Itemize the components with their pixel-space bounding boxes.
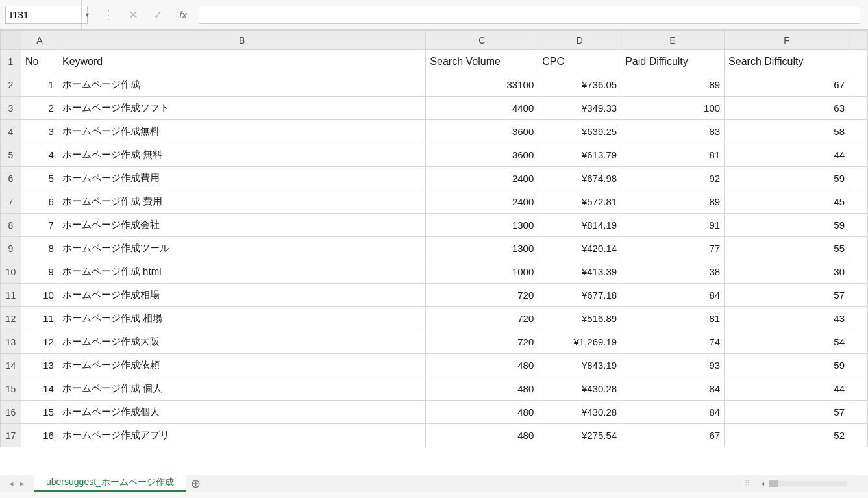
cell[interactable]: 2400 (426, 190, 538, 214)
cell[interactable]: 1 (21, 73, 58, 97)
grid-area[interactable]: A B C D E F 1NoKeywordSearch VolumeCPCPa… (0, 30, 868, 475)
row-header[interactable]: 17 (1, 424, 21, 447)
cell[interactable]: 38 (621, 260, 725, 284)
row-header[interactable]: 2 (1, 73, 21, 97)
cell[interactable] (849, 377, 867, 401)
row-header[interactable]: 16 (1, 401, 21, 424)
cell[interactable]: ホームページ作成費用 (58, 167, 425, 190)
cell[interactable]: 11 (21, 307, 58, 330)
cell[interactable]: 57 (725, 401, 849, 424)
cell[interactable]: ¥275.54 (538, 424, 621, 447)
cell[interactable]: 3600 (426, 120, 538, 143)
cell[interactable]: 74 (621, 330, 725, 354)
cell[interactable]: 33100 (426, 73, 538, 97)
cell[interactable]: 3600 (426, 143, 538, 167)
row-header[interactable]: 10 (1, 260, 21, 284)
cell[interactable]: 720 (426, 307, 538, 330)
cell[interactable]: 57 (725, 284, 849, 307)
cell[interactable]: 59 (725, 167, 849, 190)
cell[interactable]: 3 (21, 120, 58, 143)
cell[interactable] (849, 354, 867, 377)
cell[interactable] (849, 97, 867, 120)
name-box[interactable] (5, 6, 88, 24)
horizontal-scrollbar[interactable] (769, 481, 847, 486)
cell[interactable]: 6 (21, 190, 58, 214)
cell[interactable] (849, 120, 867, 143)
cell[interactable]: 52 (725, 424, 849, 447)
row-header[interactable]: 14 (1, 354, 21, 377)
col-header-A[interactable]: A (21, 31, 58, 50)
cell[interactable]: 54 (725, 330, 849, 354)
cell[interactable]: 89 (621, 73, 725, 97)
cell[interactable] (849, 284, 867, 307)
cell[interactable]: ホームページ作成アプリ (58, 424, 425, 447)
cell[interactable]: 84 (621, 284, 725, 307)
cell[interactable]: Paid Difficulty (621, 50, 725, 73)
name-box-dropdown-icon[interactable]: ▼ (81, 0, 93, 29)
cell[interactable]: ¥420.14 (538, 237, 621, 260)
cell[interactable] (849, 307, 867, 330)
row-header[interactable]: 9 (1, 237, 21, 260)
cell[interactable]: ¥843.19 (538, 354, 621, 377)
row-header[interactable]: 12 (1, 307, 21, 330)
cell[interactable]: ¥430.28 (538, 377, 621, 401)
cell[interactable]: 43 (725, 307, 849, 330)
cell[interactable]: 480 (426, 424, 538, 447)
row-header[interactable]: 15 (1, 377, 21, 401)
cell[interactable]: 81 (621, 143, 725, 167)
cell[interactable]: ホームページ作成 無料 (58, 143, 425, 167)
cell[interactable]: 14 (21, 377, 58, 401)
cell[interactable] (849, 73, 867, 97)
row-header[interactable]: 7 (1, 190, 21, 214)
cell[interactable]: 4 (21, 143, 58, 167)
cell[interactable]: ホームページ作成相場 (58, 284, 425, 307)
cell[interactable]: 16 (21, 424, 58, 447)
row-header[interactable]: 4 (1, 120, 21, 143)
col-header-C[interactable]: C (426, 31, 538, 50)
col-header-E[interactable]: E (621, 31, 725, 50)
cell[interactable]: 1300 (426, 237, 538, 260)
cell[interactable]: ¥1,269.19 (538, 330, 621, 354)
cell[interactable]: 100 (621, 97, 725, 120)
cell[interactable]: ¥736.05 (538, 73, 621, 97)
cell[interactable]: 84 (621, 401, 725, 424)
cell[interactable]: ホームページ作成無料 (58, 120, 425, 143)
row-header[interactable]: 5 (1, 143, 21, 167)
cell[interactable] (849, 50, 867, 73)
fx-icon[interactable]: fx (174, 9, 192, 20)
sheet-tab-active[interactable]: ubersuggest_ホームページ作成 (34, 475, 186, 492)
cell[interactable]: No (21, 50, 58, 73)
cell[interactable] (849, 401, 867, 424)
cell[interactable]: 10 (21, 284, 58, 307)
cell[interactable]: 480 (426, 377, 538, 401)
cell[interactable]: Keyword (58, 50, 425, 73)
cell[interactable]: ¥516.89 (538, 307, 621, 330)
cell[interactable]: 7 (21, 214, 58, 237)
cell[interactable] (849, 330, 867, 354)
cell[interactable]: ¥677.18 (538, 284, 621, 307)
cell[interactable]: 92 (621, 167, 725, 190)
cell[interactable]: ¥413.39 (538, 260, 621, 284)
cell[interactable] (849, 190, 867, 214)
cell[interactable]: 2 (21, 97, 58, 120)
cell[interactable]: ホームページ作成個人 (58, 401, 425, 424)
cell[interactable] (849, 167, 867, 190)
cell[interactable] (849, 260, 867, 284)
add-sheet-button[interactable]: ⊕ (186, 475, 206, 492)
cell[interactable] (849, 143, 867, 167)
cell[interactable]: 67 (621, 424, 725, 447)
cell[interactable]: Search Difficulty (725, 50, 849, 73)
cell[interactable]: 81 (621, 307, 725, 330)
cell[interactable] (849, 237, 867, 260)
cell[interactable]: 1300 (426, 214, 538, 237)
cell[interactable]: 5 (21, 167, 58, 190)
cell[interactable]: ホームページ作成依頼 (58, 354, 425, 377)
cell[interactable]: 89 (621, 190, 725, 214)
cell[interactable]: ホームページ作成 (58, 73, 425, 97)
cell[interactable]: ホームページ作成会社 (58, 214, 425, 237)
cell[interactable]: 12 (21, 330, 58, 354)
cell[interactable]: 59 (725, 354, 849, 377)
cell[interactable]: 30 (725, 260, 849, 284)
nav-next-icon[interactable]: ▸ (20, 479, 25, 488)
cell[interactable]: 720 (426, 330, 538, 354)
